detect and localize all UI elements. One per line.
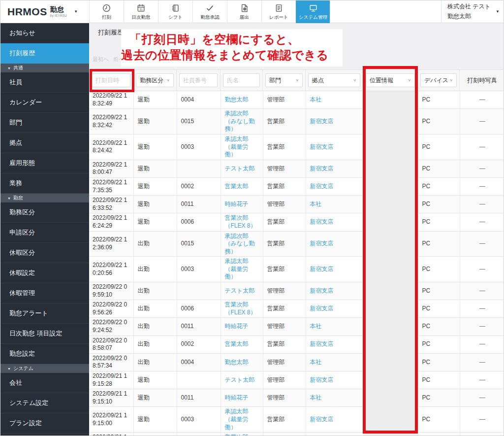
location-link[interactable]: 新宿支店 [310, 340, 334, 347]
sidebar-item-15[interactable]: 勤怠アラート [0, 303, 89, 324]
cell-empno: 0004 [177, 353, 220, 371]
location-link[interactable]: 新宿支店 [310, 183, 334, 190]
cell-dept: 営業部 [263, 109, 306, 134]
cell-device: PC [418, 371, 460, 389]
sidebar-item-0[interactable]: お知らせ [0, 23, 89, 43]
table-row: 2022/09/22 08:57:34 出勤 0004 勤怠太郎 管理部 本社 … [89, 353, 504, 371]
location-link[interactable]: 本社 [310, 394, 322, 401]
document-upload-icon [240, 3, 249, 13]
cell-photo: — [460, 282, 504, 300]
nav-item-report[interactable]: レポート [261, 0, 296, 23]
location-link[interactable]: 本社 [310, 323, 322, 330]
employee-link[interactable]: 営業次郎（FLEX 8） [225, 434, 256, 436]
location-link[interactable]: 本社 [310, 359, 322, 366]
sidebar-item-13[interactable]: 休暇設定 [0, 263, 89, 283]
employee-link[interactable]: 営業太郎 [225, 340, 249, 347]
cell-worktype: 退勤 [133, 433, 177, 436]
employee-link[interactable]: 承認太郎（裁量労働） [225, 258, 249, 280]
nav-item-calendar[interactable]: 31 日次勤怠 [124, 0, 158, 23]
cell-location: 新宿支店 [306, 335, 363, 353]
employee-link[interactable]: 承認太郎（裁量労働） [225, 135, 249, 158]
sidebar-item-5[interactable]: 部門 [0, 113, 89, 133]
cell-device: PC [418, 407, 460, 433]
monitor-icon [309, 3, 318, 13]
table-row: 2022/09/22 18:24:42 退勤 0003 承認太郎（裁量労働） 営… [89, 134, 504, 160]
account-dropdown-caret-icon[interactable]: ▼ [496, 9, 500, 14]
employee-link[interactable]: 承認太郎（裁量労働） [225, 408, 249, 430]
nav-item-notebook[interactable]: シフト [158, 0, 192, 23]
employee-link[interactable]: 時給花子 [225, 323, 249, 330]
nav-item-check[interactable]: 勤怠承認 [192, 0, 227, 23]
sidebar-item-3[interactable]: 社員 [0, 72, 89, 93]
location-link[interactable]: 新宿支店 [310, 218, 334, 225]
sidebar-item-16[interactable]: 日次勤怠 項目設定 [0, 324, 89, 344]
sidebar-section-9[interactable]: ▼ 勤怠 [0, 194, 89, 202]
employee-link[interactable]: 承認次郎（みなし勤務） [225, 233, 255, 255]
sidebar-item-1[interactable]: 打刻履歴 [0, 43, 89, 64]
filter-location-select[interactable]: 拠点 ∨ [308, 73, 360, 87]
location-link[interactable]: 新宿支店 [310, 240, 334, 247]
filter-device-select[interactable]: デバイス ∨ [420, 73, 457, 87]
pagination-first[interactable]: 最初へ [93, 56, 109, 62]
nav-item-document-upload[interactable]: 届出 [227, 0, 261, 23]
filter-row: 勤務区分 ∨ 部門 ∨ 拠点 [89, 70, 504, 91]
table-row: 2022/09/22 17:35:35 退勤 0002 営業太郎 営業部 新宿支… [89, 177, 504, 195]
cell-device: PC [418, 353, 460, 371]
cell-location: 新宿支店 [306, 177, 363, 195]
location-link[interactable]: 本社 [310, 201, 322, 207]
employee-link[interactable]: 勤怠太郎 [225, 96, 249, 103]
location-link[interactable]: 新宿支店 [310, 376, 334, 383]
sidebar-item-6[interactable]: 拠点 [0, 133, 89, 153]
employee-link[interactable]: 営業太郎 [225, 183, 249, 190]
employee-link[interactable]: 時給花子 [225, 394, 249, 401]
account-menu[interactable]: 株式会社 テスト 勤怠太郎 ▼ [441, 0, 504, 23]
cell-name: 営業太郎 [220, 177, 263, 195]
filter-name-input[interactable] [223, 73, 260, 87]
location-link[interactable]: 新宿支店 [310, 118, 334, 125]
location-link[interactable]: 新宿支店 [310, 305, 334, 312]
clock-icon [102, 3, 111, 13]
sidebar-item-20[interactable]: システム設定 [0, 393, 89, 413]
location-link[interactable]: 新宿支店 [310, 266, 334, 272]
user-name: 勤怠太郎 [447, 12, 491, 21]
sidebar-item-12[interactable]: 休暇区分 [0, 243, 89, 263]
employee-link[interactable]: テスト太郎 [225, 287, 255, 294]
cell-device: PC [418, 335, 460, 353]
sidebar-item-14[interactable]: 休暇管理 [0, 283, 89, 303]
employee-link[interactable]: テスト太郎 [225, 165, 255, 172]
employee-link[interactable]: 営業次郎（FLEX 8） [225, 214, 256, 229]
cell-device: PC [418, 282, 460, 300]
location-link[interactable]: 新宿支店 [310, 416, 334, 423]
sidebar-item-10[interactable]: 勤務区分 [0, 202, 89, 223]
employee-link[interactable]: 営業次郎（FLEX 8） [225, 301, 256, 316]
cell-dept: 営業部 [263, 231, 306, 257]
nav-item-clock[interactable]: 打刻 [89, 0, 124, 23]
sidebar-item-19[interactable]: 会社 [0, 373, 89, 393]
sidebar-section-2[interactable]: ▼ 共通 [0, 64, 89, 72]
employee-link[interactable]: 勤怠太郎 [225, 359, 249, 366]
sidebar-section-18[interactable]: ▼ システム [0, 364, 89, 373]
cell-device: PC [418, 134, 460, 160]
sidebar-item-8[interactable]: 業務 [0, 173, 89, 194]
sidebar-item-7[interactable]: 雇用形態 [0, 153, 89, 173]
location-link[interactable]: 本社 [310, 96, 322, 103]
location-link[interactable]: 新宿支店 [310, 287, 334, 294]
cell-datetime: 2022/09/22 18:24:42 [89, 134, 133, 160]
sidebar-item-17[interactable]: 勤怠設定 [0, 344, 89, 364]
employee-link[interactable]: 時給花子 [225, 201, 249, 207]
filter-dept-select[interactable]: 部門 ∨ [265, 73, 303, 87]
employee-link[interactable]: 承認次郎（みなし勤務） [225, 110, 255, 132]
cell-photo: — [460, 318, 504, 335]
sidebar-item-4[interactable]: カレンダー [0, 93, 89, 113]
sidebar-item-21[interactable]: プラン設定 [0, 413, 89, 434]
sidebar-item-11[interactable]: 申請区分 [0, 223, 89, 243]
brand-logo[interactable]: HRMOS 勤怠 by IEYASU ▼ [0, 0, 89, 23]
location-link[interactable]: 新宿支店 [310, 165, 334, 172]
nav-item-monitor[interactable]: システム管理 [296, 0, 330, 23]
logo-dropdown-caret-icon[interactable]: ▼ [74, 9, 78, 14]
employee-link[interactable]: テスト太郎 [225, 376, 255, 383]
filter-worktype-select[interactable]: 勤務区分 ∨ [136, 73, 174, 87]
location-link[interactable]: 新宿支店 [310, 143, 334, 150]
filter-empno-input[interactable] [179, 73, 218, 87]
brand-byline: by IEYASU [50, 14, 67, 17]
